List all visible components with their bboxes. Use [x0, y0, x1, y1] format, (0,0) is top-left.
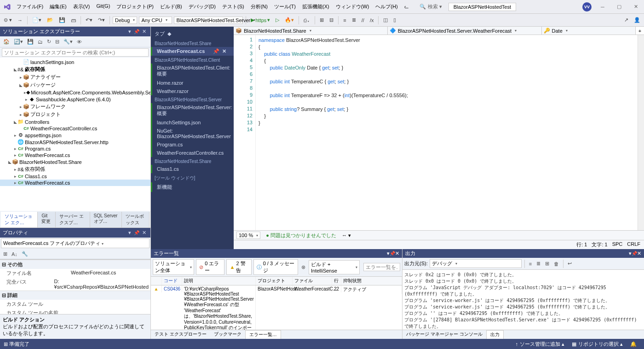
tree-item[interactable]: ▸C#WeatherForecast.cs [0, 180, 150, 186]
pin-icon[interactable]: 📌 [213, 48, 219, 54]
share-icon[interactable]: ↗ [622, 16, 630, 24]
categorize-icon[interactable]: ⊞ [2, 250, 9, 258]
error-row[interactable]: ▲ CS0436 'D:¥src¥CsharpRepos ¥BlazorASPN… [151, 285, 402, 330]
menu-item[interactable]: ビルド(B) [157, 1, 185, 12]
error-col-header[interactable] [151, 277, 162, 285]
error-col-header[interactable]: 抑制状態 [341, 277, 402, 285]
close-button[interactable]: ✕ [630, 1, 641, 12]
menu-item[interactable]: ファイル(F) [14, 1, 46, 12]
menu-item[interactable]: 拡張機能(X) [299, 1, 332, 12]
outdent-icon[interactable]: ≣ [350, 16, 358, 24]
error-search-input[interactable] [363, 263, 400, 271]
panel-tab[interactable]: ツールボックス [122, 212, 150, 227]
out-tool-1-icon[interactable]: ≡ [528, 260, 533, 268]
nav-project[interactable]: 📦 BlazorNetHostedTest.Share [234, 27, 388, 35]
se-save-icon[interactable]: 💾 [26, 38, 35, 46]
start-nodebug-button[interactable]: ▷ [274, 16, 281, 24]
new-item-icon[interactable]: 📄▾ [30, 16, 43, 24]
out-tool-3-icon[interactable]: ⊞ [544, 260, 551, 268]
tree-item[interactable]: 📄launchSettings.json [0, 58, 150, 65]
undo-icon[interactable]: ↶▾ [84, 16, 94, 24]
tabwell-item[interactable]: Home.razor [151, 79, 234, 87]
prop-tool-icon[interactable]: 🔧 [20, 250, 29, 258]
tree-item[interactable]: ◣📦BlazorNetHostedTest.Share [0, 158, 150, 165]
panel-close-icon[interactable]: ✕ [141, 29, 148, 35]
tabwell-item[interactable]: Class1.cs [151, 165, 234, 173]
menu-item[interactable]: 表示(V) [70, 1, 93, 12]
bookmark-nav-icon[interactable]: ▯ [391, 16, 398, 24]
show-all-icon[interactable]: 🗂 [36, 38, 44, 46]
pin-icon[interactable]: 📌 [390, 251, 395, 256]
comment-icon[interactable]: // [360, 17, 366, 24]
bookmark-icon[interactable]: ◫ [381, 16, 390, 24]
tree-item[interactable]: ▸C#Program.cs [0, 145, 150, 152]
prop-row[interactable]: カスタム ツールの名前空間 [0, 308, 150, 314]
tree-item[interactable]: ▸#&依存関係 [0, 165, 150, 173]
error-col-header[interactable]: 説明 [182, 277, 256, 285]
platform-dropdown[interactable]: Any CPU [139, 17, 172, 24]
minimize-button[interactable]: ─ [597, 1, 608, 12]
error-col-header[interactable]: ファイル [293, 277, 332, 285]
nav-type[interactable]: 🔷 BlazorASPNetHostedTest.Server.WeatherF… [388, 27, 542, 35]
error-col-header[interactable]: プロジェクト [256, 277, 293, 285]
menu-item[interactable]: ウィンドウ(W) [333, 1, 372, 12]
tabwell-item[interactable]: Program.cs [151, 140, 234, 149]
avatar[interactable]: VV [582, 2, 592, 12]
nav-fwd-icon[interactable]: → [16, 17, 24, 24]
error-col-header[interactable]: コード [162, 277, 182, 285]
panel-menu-icon[interactable]: ▾ [127, 29, 132, 35]
preview-icon[interactable]: 👁 [75, 38, 83, 46]
indent-icon[interactable]: ≡ [341, 17, 348, 24]
out-tool-2-icon[interactable]: ≣ [535, 260, 542, 268]
menu-item[interactable]: Git(G) [93, 1, 113, 12]
tabwell-item[interactable]: WeatherForecast.cs📌✕ [151, 47, 234, 56]
pin-icon[interactable]: 📌 [132, 230, 141, 235]
tree-item[interactable]: ▸◆Microsoft.AspNetCore.Components.WebAss… [0, 89, 150, 96]
tabwell-item[interactable]: NuGet: BlazorASPNetHostedTest.Server [151, 127, 234, 140]
out-wrap-icon[interactable]: ↩ [566, 260, 573, 268]
uncomment-icon[interactable]: /x [368, 17, 376, 24]
bottom-panel-tab[interactable]: パッケージ マネージャー コンソール [402, 330, 486, 339]
output-body[interactable]: スレッド 0x2 はコード 0 (0x0) で終了しました。 スレッド 0x0 … [402, 270, 644, 330]
repo-select-button[interactable]: ▦ リポジトリの選択 ▴ [568, 341, 627, 348]
tool-icon-2[interactable]: ⊟ [328, 16, 335, 24]
ai-icon[interactable]: ᓚ [402, 3, 410, 11]
tool-icon-1[interactable]: ⊞ [318, 16, 326, 24]
bottom-panel-tab[interactable]: エラー一覧… [245, 330, 281, 339]
indent-mode[interactable]: SPC [612, 241, 623, 248]
tree-item[interactable]: ▸C#WeatherForecast.cs [0, 152, 150, 158]
tabwell-item[interactable]: WeatherForecastController.cs [151, 149, 234, 157]
error-filter-messages[interactable]: ⓘ0 / 3 メッセージ [253, 259, 298, 275]
tree-item[interactable]: C#WeatherForecastController.cs [0, 125, 150, 132]
menu-item[interactable]: プロジェクト(P) [114, 1, 156, 12]
add-split-icon[interactable]: + [636, 27, 644, 35]
bottom-panel-tab[interactable]: テスト エクスプローラー [151, 330, 210, 339]
tree-item[interactable]: ▸📦プロジェクト [0, 111, 150, 118]
refresh-icon[interactable]: ↻ [46, 38, 52, 46]
menu-item[interactable]: ヘルプ(H) [373, 1, 400, 12]
save-icon[interactable]: 💾 [57, 16, 67, 24]
tree-item[interactable]: ◣📁Controllers [0, 118, 150, 125]
zoom-dropdown[interactable]: 100 % [236, 232, 260, 239]
error-filter-errors[interactable]: ⊘0 エラー [196, 259, 224, 275]
tree-item[interactable]: ◣#&▲依存関係 [0, 65, 150, 73]
nav-member[interactable]: 🔑 Date [542, 27, 636, 35]
eol-mode[interactable]: CRLF [627, 241, 640, 248]
bottom-panel-tab[interactable]: ブックマーク [210, 330, 245, 339]
close-icon[interactable]: ✕ [222, 48, 226, 54]
browse-icon[interactable]: ⎙▾ [302, 17, 312, 24]
out-clear-icon[interactable]: 🗑 [552, 260, 560, 268]
pin-icon[interactable]: 📌 [132, 29, 141, 34]
bottom-panel-tab[interactable]: 出力 [486, 330, 504, 339]
config-dropdown[interactable]: Debug [113, 17, 137, 24]
tree-item[interactable]: ▸◆Swashbuckle.AspNetCore (6.4.0) [0, 96, 150, 103]
startup-dropdown[interactable]: BlazorASPNetHostedTest.Server [174, 17, 243, 24]
panel-close-icon[interactable]: ✕ [637, 250, 641, 256]
code-editor[interactable]: namespace BlazorASPNetHostedTest.Server{… [256, 35, 644, 230]
collapse-icon[interactable]: ⊟ [54, 38, 61, 46]
properties-selector[interactable]: WeatherForecast.cs ファイルのプロパティ [1, 238, 150, 248]
search-box[interactable]: 🔍 検索 ▾ [420, 3, 442, 10]
notifications-icon[interactable]: 🔔 [627, 341, 640, 347]
panel-close-icon[interactable]: ✕ [141, 230, 148, 236]
menu-item[interactable]: テスト(S) [219, 1, 247, 12]
